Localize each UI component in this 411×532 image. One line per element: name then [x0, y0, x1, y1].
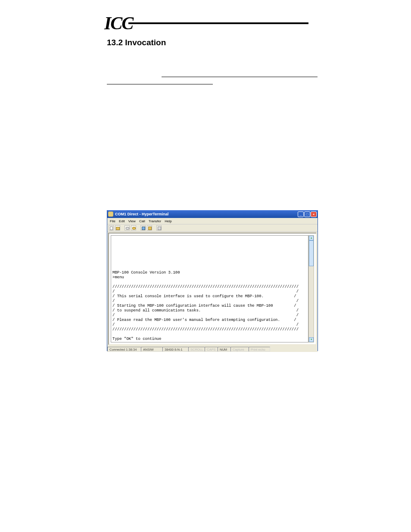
toolbar — [107, 224, 318, 232]
menubar: File Edit View Call Transfer Help — [107, 218, 318, 224]
receive-icon[interactable] — [147, 225, 152, 230]
hyperterminal-window: COM1 Direct - HyperTerminal _ □ × File E… — [107, 210, 318, 351]
scrollbar[interactable]: ▴ ▾ — [308, 235, 314, 342]
status-emulation: ANSIW — [141, 347, 162, 352]
properties-icon[interactable] — [156, 225, 162, 230]
status-port: 38400 8-N-1 — [162, 347, 188, 352]
minimize-button[interactable]: _ — [298, 212, 304, 217]
text-underline-1 — [162, 77, 318, 77]
window-title: COM1 Direct - HyperTerminal — [115, 212, 298, 216]
menu-help[interactable]: Help — [163, 219, 173, 223]
new-icon[interactable] — [109, 225, 114, 230]
app-icon — [108, 212, 113, 217]
status-caps: CAPS — [205, 347, 218, 352]
scroll-down-icon[interactable]: ▾ — [309, 337, 314, 342]
call-icon[interactable] — [125, 225, 130, 230]
menu-file[interactable]: File — [108, 219, 117, 223]
scroll-thumb[interactable] — [309, 240, 314, 266]
scroll-up-icon[interactable]: ▴ — [309, 236, 314, 240]
open-icon[interactable] — [115, 225, 120, 230]
maximize-button[interactable]: □ — [304, 212, 310, 217]
disconnect-icon[interactable] — [131, 225, 136, 230]
status-num: NUM — [218, 347, 230, 352]
titlebar: COM1 Direct - HyperTerminal _ □ × — [107, 210, 318, 218]
close-button[interactable]: × — [311, 212, 317, 217]
statusbar: Connected 1:38:34 ANSIW 38400 8-N-1 SCRO… — [107, 346, 318, 352]
logo-underline — [128, 22, 308, 24]
status-print: Print echo — [249, 347, 270, 352]
document-page: ICC 13.2 Invocation COM1 Direct - HyperT… — [0, 0, 411, 532]
section-title: 13.2 Invocation — [107, 38, 166, 47]
terminal-body: MBP-100 Console Version 3.100 >menu ////… — [108, 233, 317, 345]
menu-transfer[interactable]: Transfer — [147, 219, 163, 223]
text-underline-2 — [107, 84, 213, 84]
status-capture: Capture — [230, 347, 249, 352]
send-icon[interactable] — [140, 225, 146, 230]
menu-call[interactable]: Call — [137, 219, 147, 223]
window-buttons: _ □ × — [298, 212, 317, 217]
terminal-output[interactable]: MBP-100 Console Version 3.100 >menu ////… — [111, 235, 308, 342]
menu-view[interactable]: View — [127, 219, 137, 223]
status-scroll: SCROLL — [188, 347, 205, 352]
menu-edit[interactable]: Edit — [117, 219, 127, 223]
status-connected: Connected 1:38:34 — [107, 347, 141, 352]
